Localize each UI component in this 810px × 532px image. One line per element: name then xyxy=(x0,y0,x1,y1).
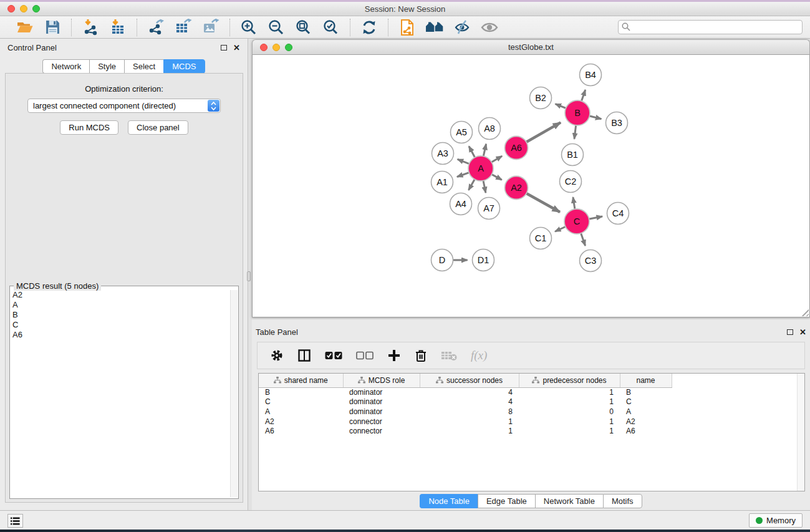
graph-node-C3[interactable]: C3 xyxy=(580,250,602,272)
select-all-checkboxes-icon[interactable] xyxy=(325,351,342,360)
float-table-panel-icon[interactable] xyxy=(787,329,793,335)
table-scrollbar[interactable] xyxy=(797,374,804,491)
zoom-in-icon[interactable] xyxy=(239,18,259,37)
graph-node-B2[interactable]: B2 xyxy=(530,87,552,109)
table-toolbar: f(x) xyxy=(257,342,805,369)
save-session-icon[interactable] xyxy=(42,18,62,37)
refresh-view-icon[interactable] xyxy=(359,18,379,37)
show-all-networks-icon[interactable] xyxy=(425,18,445,37)
table-panel: Table Panel ✕ xyxy=(252,319,810,510)
graph-node-A1[interactable]: A1 xyxy=(432,172,453,193)
show-graphics-details-icon[interactable] xyxy=(480,18,499,37)
graph-node-A5[interactable]: A5 xyxy=(451,122,473,143)
zoom-fit-icon[interactable] xyxy=(294,18,314,37)
tab-node-table[interactable]: Node Table xyxy=(420,494,478,508)
node-table-grid[interactable]: shared nameMCDS rolesuccessor nodesprede… xyxy=(259,374,672,436)
zoom-out-icon[interactable] xyxy=(266,18,286,37)
graph-node-C1[interactable]: C1 xyxy=(530,228,552,249)
zoom-selected-icon[interactable] xyxy=(321,18,341,37)
run-mcds-button[interactable]: Run MCDS xyxy=(60,120,118,135)
graph-node-A2[interactable]: A2 xyxy=(505,177,528,200)
result-scrollbar[interactable] xyxy=(230,290,238,497)
memory-button[interactable]: Memory xyxy=(749,513,803,528)
column-type-icon xyxy=(436,377,443,384)
svg-text:A6: A6 xyxy=(511,143,522,153)
graph-node-A6[interactable]: A6 xyxy=(505,137,528,160)
hide-unhide-icon[interactable] xyxy=(452,18,472,37)
graph-node-A[interactable]: A xyxy=(468,156,493,181)
column-header-name[interactable]: name xyxy=(620,374,672,387)
graph-node-C4[interactable]: C4 xyxy=(607,203,629,225)
graph-node-A7[interactable]: A7 xyxy=(478,198,500,220)
svg-text:B4: B4 xyxy=(585,70,596,80)
table-row[interactable]: Cdominator41C xyxy=(259,397,672,407)
mcds-result-item[interactable]: A2 xyxy=(12,290,229,300)
export-image-icon[interactable] xyxy=(201,18,221,37)
table-row[interactable]: A2connector11A2 xyxy=(259,417,672,427)
float-panel-icon[interactable] xyxy=(221,45,227,51)
export-table-icon[interactable] xyxy=(173,18,193,37)
import-table-icon[interactable] xyxy=(108,18,128,37)
deselect-all-checkboxes-icon[interactable] xyxy=(356,351,374,360)
tab-network[interactable]: Network xyxy=(42,59,89,74)
criterion-dropdown[interactable]: largest connected component (directed) xyxy=(27,99,221,113)
graph-node-B[interactable]: B xyxy=(565,100,590,125)
close-table-panel-icon[interactable]: ✕ xyxy=(799,328,806,336)
graph-node-A8[interactable]: A8 xyxy=(479,118,501,140)
vertical-splitter-handle[interactable] xyxy=(247,271,251,281)
svg-text:A: A xyxy=(478,163,484,173)
tab-motifs[interactable]: Motifs xyxy=(603,494,642,508)
network-close-button[interactable] xyxy=(260,44,268,51)
column-header-predecessor-nodes[interactable]: predecessor nodes xyxy=(519,374,620,387)
table-row[interactable]: Adominator80A xyxy=(259,407,672,417)
network-graph[interactable]: B4B2BB3A8A5A6A3B1AC2A1A2A4A7C4CC1C3DD1 xyxy=(253,55,809,316)
graph-node-C[interactable]: C xyxy=(564,209,589,234)
tab-network-table[interactable]: Network Table xyxy=(535,494,603,508)
zoom-window-button[interactable] xyxy=(32,5,40,12)
import-network-icon[interactable] xyxy=(80,18,100,37)
column-header-MCDS-role[interactable]: MCDS role xyxy=(343,374,420,387)
app-title: Session: New Session xyxy=(365,4,445,14)
tab-select[interactable]: Select xyxy=(124,59,163,74)
graph-node-B3[interactable]: B3 xyxy=(606,112,628,134)
open-session-icon[interactable] xyxy=(15,18,35,37)
tab-style[interactable]: Style xyxy=(89,59,124,74)
close-window-button[interactable] xyxy=(7,5,15,12)
mcds-result-item[interactable]: C xyxy=(12,320,229,330)
close-panel-button[interactable]: Close panel xyxy=(128,120,188,135)
graph-node-C2[interactable]: C2 xyxy=(560,171,582,193)
table-row[interactable]: A6connector11A6 xyxy=(259,426,672,436)
column-header-shared-name[interactable]: shared name xyxy=(259,374,343,387)
graph-node-D[interactable]: D xyxy=(432,249,453,271)
network-canvas[interactable]: B4B2BB3A8A5A6A3B1AC2A1A2A4A7C4CC1C3DD1 xyxy=(252,55,810,317)
clear-table-icon[interactable] xyxy=(441,350,457,361)
search-icon xyxy=(622,22,630,31)
column-visibility-icon[interactable] xyxy=(297,349,311,362)
column-header-successor-nodes[interactable]: successor nodes xyxy=(420,374,519,387)
minimize-window-button[interactable] xyxy=(20,5,27,12)
tab-edge-table[interactable]: Edge Table xyxy=(478,494,535,508)
close-panel-icon[interactable]: ✕ xyxy=(233,44,240,52)
mcds-result-item[interactable]: A xyxy=(12,300,229,310)
network-window-title: testGlobe.txt xyxy=(508,42,554,52)
graph-node-A3[interactable]: A3 xyxy=(432,143,454,165)
mcds-result-item[interactable]: B xyxy=(12,310,229,320)
svg-text:C: C xyxy=(574,216,580,226)
graph-node-B1[interactable]: B1 xyxy=(562,144,584,166)
task-history-icon[interactable] xyxy=(7,514,23,528)
table-settings-icon[interactable] xyxy=(270,349,284,362)
mcds-result-item[interactable]: A6 xyxy=(12,330,229,340)
graph-node-B4[interactable]: B4 xyxy=(580,64,602,86)
delete-columns-icon[interactable] xyxy=(415,349,427,362)
network-zoom-button[interactable] xyxy=(285,44,292,51)
graph-node-A4[interactable]: A4 xyxy=(450,193,472,215)
network-minimize-button[interactable] xyxy=(272,44,280,51)
new-network-icon[interactable] xyxy=(397,18,417,37)
export-network-icon[interactable] xyxy=(146,18,166,37)
table-row[interactable]: Bdominator41B xyxy=(259,387,672,397)
tab-mcds[interactable]: MCDS xyxy=(163,59,205,74)
search-input[interactable] xyxy=(618,20,803,34)
function-builder-icon[interactable]: f(x) xyxy=(471,349,487,362)
create-column-icon[interactable] xyxy=(387,349,401,362)
graph-node-D1[interactable]: D1 xyxy=(473,249,494,271)
